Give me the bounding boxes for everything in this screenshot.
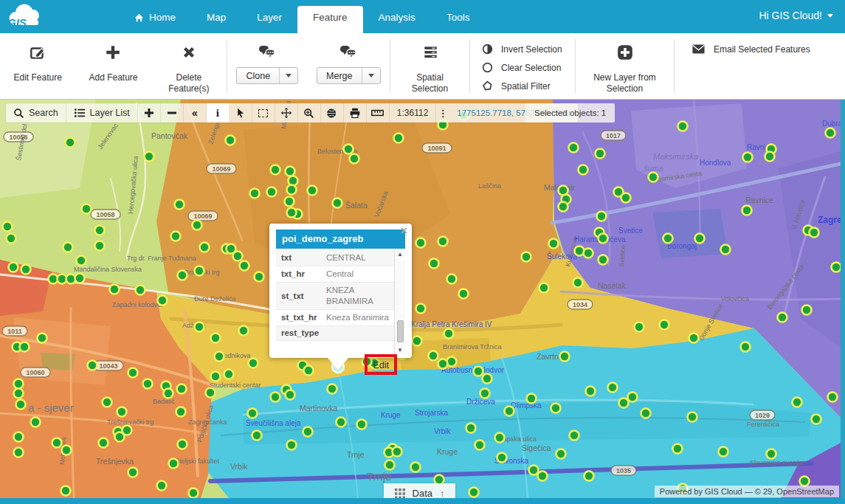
nav-item-home[interactable]: Home [118,6,191,33]
more-options-button[interactable]: ⋮ [436,103,449,122]
poi-marker[interactable] [459,289,469,299]
poi-marker[interactable] [538,472,548,481]
poi-marker[interactable] [287,441,297,450]
scrollbar-thumb[interactable] [397,320,404,342]
poi-marker[interactable] [570,431,579,441]
poi-marker[interactable] [158,296,168,305]
poi-marker[interactable] [608,383,618,393]
poi-marker[interactable] [164,389,173,398]
poi-marker[interactable] [248,409,258,418]
poi-marker[interactable] [416,304,426,314]
poi-marker[interactable] [483,374,492,384]
poi-marker[interactable] [660,320,669,330]
poi-marker[interactable] [429,351,438,361]
poi-marker[interactable] [14,389,24,398]
poi-marker[interactable] [337,418,346,427]
delete-feature-button[interactable]: Delete Feature(s) [155,33,223,99]
poi-marker[interactable] [333,199,342,208]
poi-marker[interactable] [438,237,448,246]
poi-marker[interactable] [136,286,145,295]
poi-marker[interactable] [169,459,179,469]
poi-marker[interactable] [61,486,71,496]
map-svg[interactable]: 1005610058100691006910091101710341011100… [0,100,841,498]
measure-tool-button[interactable] [367,103,390,122]
poi-marker[interactable] [226,136,235,145]
poi-marker[interactable] [539,283,549,293]
poi-marker[interactable] [466,424,476,433]
poi-marker[interactable] [250,189,260,199]
poi-marker[interactable] [271,165,280,175]
poi-marker[interactable] [328,384,337,394]
poi-marker[interactable] [689,334,699,343]
poi-marker[interactable] [584,472,594,481]
poi-marker[interactable] [287,185,297,195]
poi-marker[interactable] [810,228,819,238]
poi-marker[interactable] [117,407,127,417]
poi-marker[interactable] [628,393,638,402]
spatial-filter-button[interactable]: Spatial Filter [482,77,562,95]
poi-marker[interactable] [527,394,537,404]
poi-marker[interactable] [143,379,153,389]
poi-marker[interactable] [560,352,570,362]
search-button[interactable]: Search [6,103,66,122]
edit-feature-link[interactable]: Edit [373,360,389,370]
poi-marker[interactable] [635,322,644,332]
poi-marker[interactable] [99,438,108,448]
poi-marker[interactable] [413,336,422,346]
poi-marker[interactable] [271,393,280,402]
poi-marker[interactable] [267,187,277,197]
nav-item-analysis[interactable]: Analysis [363,6,431,33]
poi-marker[interactable] [385,460,395,470]
poi-marker[interactable] [344,145,353,154]
poi-marker[interactable] [793,398,802,407]
scroll-up-icon[interactable]: ▲ [397,252,403,258]
poi-marker[interactable] [586,387,596,396]
poi-marker[interactable] [195,266,204,276]
add-feature-button[interactable]: Add Feature [79,33,147,99]
zoom-box-tool-button[interactable] [298,103,321,122]
poi-marker[interactable] [95,241,105,251]
poi-marker[interactable] [584,249,593,258]
poi-marker[interactable] [393,447,402,457]
poi-marker[interactable] [62,446,72,455]
poi-marker[interactable] [802,305,812,315]
poi-marker[interactable] [579,165,588,175]
poi-marker[interactable] [497,453,507,463]
poi-marker[interactable] [303,427,313,437]
info-tool-button[interactable]: i [207,103,230,122]
zoom-in-button[interactable] [138,103,161,122]
poi-marker[interactable] [826,128,835,138]
poi-marker[interactable] [77,256,86,266]
poi-marker[interactable] [31,418,41,427]
poi-marker[interactable] [596,149,605,159]
poi-marker[interactable] [20,342,30,352]
poi-marker[interactable] [14,379,24,389]
poi-marker[interactable] [742,206,752,215]
poi-marker[interactable] [63,243,73,252]
close-icon[interactable]: × [401,225,407,237]
poi-marker[interactable] [52,438,62,448]
poi-marker[interactable] [240,261,249,271]
poi-marker[interactable] [529,466,539,475]
poi-marker[interactable] [128,468,138,477]
poi-marker[interactable] [505,407,514,416]
poi-marker[interactable] [287,208,297,218]
poi-marker[interactable] [663,234,673,244]
poi-marker[interactable] [88,361,97,370]
nav-item-map[interactable]: Map [191,6,241,33]
poi-marker[interactable] [286,390,295,400]
poi-marker[interactable] [573,278,583,288]
zoom-out-button[interactable] [161,103,184,122]
gis-cloud-logo[interactable]: GIS [6,2,52,32]
poi-marker[interactable] [649,173,658,182]
poi-marker[interactable] [688,412,697,422]
poi-marker[interactable] [175,200,184,210]
right-panel-strip[interactable] [841,100,845,504]
poi-marker[interactable] [597,212,607,221]
poi-marker[interactable] [522,252,531,262]
layer-list-button[interactable]: Layer List [66,103,138,122]
poi-marker[interactable] [411,463,421,472]
poi-marker[interactable] [765,152,775,162]
poi-marker[interactable] [549,239,559,249]
clear-selection-button[interactable]: Clear Selection [482,58,562,77]
